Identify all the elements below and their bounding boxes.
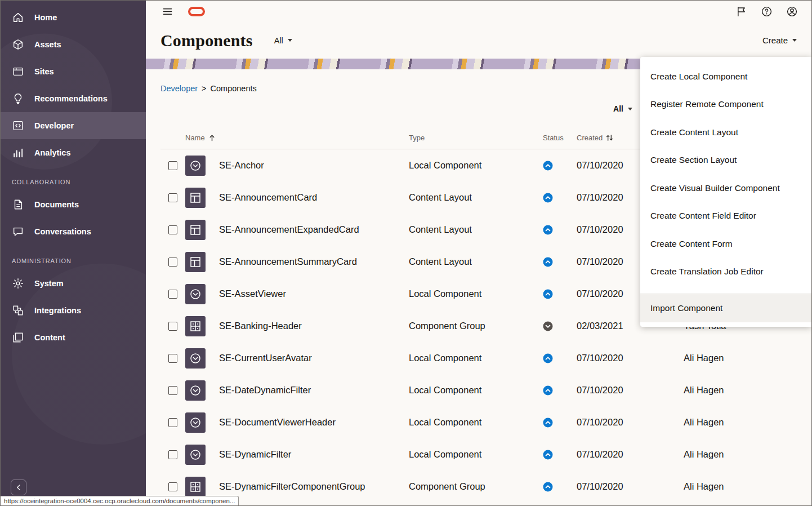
menu-item-create-content-form[interactable]: Create Content Form xyxy=(640,230,811,258)
table-row[interactable]: SE-DocumentViewerHeaderLocal Component07… xyxy=(160,406,797,438)
help-icon[interactable] xyxy=(761,6,773,17)
status-up-icon xyxy=(543,161,553,171)
component-name[interactable]: SE-CurrentUserAvatar xyxy=(219,353,409,363)
component-type: Content Layout xyxy=(409,256,543,267)
component-type: Local Component xyxy=(409,385,543,396)
analytics-icon xyxy=(12,147,24,159)
page-title: Components xyxy=(160,31,253,50)
sidebar-item-label: Recommendations xyxy=(34,94,108,103)
row-checkbox[interactable] xyxy=(168,290,177,299)
sidebar-item-label: Sites xyxy=(34,67,54,76)
table-row[interactable]: SE-DynamicFilterComponentGroupComponent … xyxy=(160,471,797,503)
sidebar-item-label: Integrations xyxy=(34,306,81,315)
local-component-icon xyxy=(185,284,206,304)
table-row[interactable]: SE-DateDynamicFilterLocal Component07/10… xyxy=(160,374,797,406)
create-menu-secondary: Import Component xyxy=(640,294,811,322)
list-filter-dropdown[interactable]: All xyxy=(613,104,632,113)
column-header-type[interactable]: Type xyxy=(409,134,543,142)
row-checkbox[interactable] xyxy=(168,450,177,459)
component-name[interactable]: SE-DocumentViewerHeader xyxy=(219,417,409,428)
component-name[interactable]: SE-DateDynamicFilter xyxy=(219,385,409,396)
component-created-by: Ali Hagen xyxy=(684,481,797,492)
component-name[interactable]: SE-Anchor xyxy=(219,160,409,171)
row-checkbox[interactable] xyxy=(168,193,177,202)
table-row[interactable]: SE-CurrentUserAvatarLocal Component07/10… xyxy=(160,342,797,374)
component-created-by: Ali Hagen xyxy=(684,449,797,460)
content-icon xyxy=(12,331,24,344)
oracle-logo[interactable] xyxy=(188,7,205,16)
sidebar-item-recommendations[interactable]: Recommendations xyxy=(1,85,146,112)
sidebar-item-label: Home xyxy=(34,13,57,22)
sidebar-item-developer[interactable]: Developer xyxy=(1,112,146,139)
menu-item-create-translation-job-editor[interactable]: Create Translation Job Editor xyxy=(640,258,811,286)
chevron-down-icon xyxy=(628,108,632,110)
component-name[interactable]: SE-DynamicFilter xyxy=(219,449,409,460)
account-icon[interactable] xyxy=(786,6,798,17)
menu-item-create-local-component[interactable]: Create Local Component xyxy=(640,63,811,91)
menu-item-create-section-layout[interactable]: Create Section Layout xyxy=(640,147,811,175)
component-created: 07/10/2020 xyxy=(577,449,684,460)
column-name-label: Name xyxy=(185,134,205,142)
status-up-icon xyxy=(543,450,553,460)
chevron-left-icon xyxy=(15,484,22,491)
component-type: Content Layout xyxy=(409,224,543,235)
menu-item-create-content-layout[interactable]: Create Content Layout xyxy=(640,118,811,147)
sidebar-item-assets[interactable]: Assets xyxy=(1,31,146,58)
component-name[interactable]: SE-DynamicFilterComponentGroup xyxy=(219,481,409,492)
content-layout-icon xyxy=(185,252,206,272)
list-filter-label: All xyxy=(613,104,623,113)
component-group-icon xyxy=(185,316,206,336)
column-type-label: Type xyxy=(409,134,425,142)
component-name[interactable]: SE-AnnouncementCard xyxy=(219,192,409,203)
row-checkbox[interactable] xyxy=(168,322,177,331)
sidebar-item-documents[interactable]: Documents xyxy=(1,191,146,218)
menu-item-import-component[interactable]: Import Component xyxy=(640,294,811,322)
component-type: Local Component xyxy=(409,353,543,363)
row-checkbox[interactable] xyxy=(168,482,177,491)
row-checkbox[interactable] xyxy=(168,418,177,427)
content-layout-icon xyxy=(185,188,206,208)
column-header-name[interactable]: Name xyxy=(185,134,409,142)
row-checkbox[interactable] xyxy=(168,354,177,363)
scope-filter-label: All xyxy=(274,36,283,45)
row-checkbox[interactable] xyxy=(168,258,177,267)
menu-item-register-remote-component[interactable]: Register Remote Component xyxy=(640,91,811,119)
create-button[interactable]: Create xyxy=(762,35,797,45)
hamburger-icon[interactable] xyxy=(162,6,173,17)
sidebar-item-integrations[interactable]: Integrations xyxy=(1,297,146,324)
flag-icon[interactable] xyxy=(735,6,747,17)
sidebar-item-conversations[interactable]: Conversations xyxy=(1,218,146,245)
status-up-icon xyxy=(543,385,553,396)
sidebar-item-system[interactable]: System xyxy=(1,270,146,297)
table-row[interactable]: SE-DynamicFilterLocal Component07/10/202… xyxy=(160,438,797,471)
sidebar-item-content[interactable]: Content xyxy=(1,324,146,351)
home-icon xyxy=(12,11,24,24)
breadcrumb-current: Components xyxy=(211,84,257,93)
row-checkbox[interactable] xyxy=(168,225,177,234)
row-checkbox[interactable] xyxy=(168,161,177,170)
menu-item-create-content-field-editor[interactable]: Create Content Field Editor xyxy=(640,202,811,230)
row-checkbox[interactable] xyxy=(168,386,177,395)
sidebar-collapse-button[interactable] xyxy=(11,480,26,495)
menu-item-create-visual-builder-component[interactable]: Create Visual Builder Component xyxy=(640,174,811,202)
column-header-status[interactable]: Status xyxy=(543,134,577,142)
scope-filter-dropdown[interactable]: All xyxy=(274,36,292,45)
component-name[interactable]: SE-AnnouncementSummaryCard xyxy=(219,256,409,267)
sidebar-item-sites[interactable]: Sites xyxy=(1,58,146,85)
component-created-by: Ali Hagen xyxy=(684,385,797,396)
create-menu: Create Local ComponentRegister Remote Co… xyxy=(640,57,811,327)
sidebar-item-home[interactable]: Home xyxy=(1,4,146,31)
local-component-icon xyxy=(185,348,206,369)
create-menu-list: Create Local ComponentRegister Remote Co… xyxy=(640,63,811,286)
status-up-icon xyxy=(543,353,553,363)
component-name[interactable]: SE-AssetViewer xyxy=(219,288,409,299)
sidebar-item-analytics[interactable]: Analytics xyxy=(1,139,146,166)
sort-toggle-icon xyxy=(605,134,614,142)
breadcrumb-developer-link[interactable]: Developer xyxy=(160,84,198,93)
status-up-icon xyxy=(543,418,553,428)
component-name[interactable]: SE-AnnouncementExpandedCard xyxy=(219,224,409,235)
component-name[interactable]: SE-Banking-Header xyxy=(219,321,409,331)
sidebar-nav: HomeAssetsSitesRecommendationsDeveloperA… xyxy=(1,4,146,351)
component-created: 07/10/2020 xyxy=(577,385,684,396)
status-up-icon xyxy=(543,482,553,492)
